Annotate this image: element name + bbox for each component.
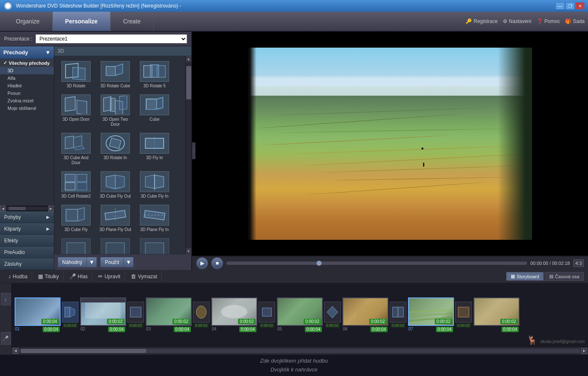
transition-2[interactable]: 0:00:02 [127, 302, 144, 328]
stop-button[interactable]: ■ [211, 257, 223, 269]
delete-button[interactable]: 🗑 Vymazat [127, 272, 162, 281]
storyboard-view-button[interactable]: ▦ Storyboard [506, 272, 544, 281]
transition-3d-rotate-in[interactable]: 3D Rotate In [97, 131, 134, 167]
help-button[interactable]: ❓ Pomoc [537, 18, 560, 24]
transition-3d-open-door[interactable]: 3D Open Door [58, 93, 94, 129]
transition-4[interactable]: 0:00:02 [258, 302, 276, 328]
window-controls[interactable]: — ❐ ✕ [555, 2, 585, 10]
timeline-view-button[interactable]: ▤ Časová osa [545, 272, 584, 281]
cat-alfa[interactable]: Alfa [0, 74, 54, 82]
cat-hladke[interactable]: Hladké [0, 82, 54, 89]
transition-3[interactable]: 0:00:02 [193, 302, 210, 328]
tree-h-scrollbar[interactable]: ◀ ▶ [0, 206, 54, 211]
scroll-thumb[interactable] [186, 66, 191, 99]
transition-6[interactable]: 0:00:02 [389, 302, 407, 328]
seek-handle[interactable] [317, 261, 322, 266]
scroll-right-arrow[interactable]: ▶ [48, 206, 54, 211]
storyboard-item-7[interactable]: 0:00:02 070:00:04 [407, 297, 455, 332]
voice-button[interactable]: 🎤 Hlas [65, 272, 92, 281]
storyboard-item-2[interactable]: ↕ 0:00:02 020:00:04 [79, 297, 127, 332]
music-button[interactable]: ♪ Hudba [4, 272, 32, 281]
tab-organize[interactable]: Organize [3, 12, 53, 31]
transition-3d-cube-door[interactable]: 3D Cube And Door [58, 131, 94, 167]
storyboard-scroll[interactable]: 0:00:04 010:00:04 0:00:02 [12, 283, 588, 346]
transition-cube[interactable]: Cube [136, 93, 173, 129]
voice-icon: 🎤 [69, 273, 76, 279]
svg-rect-1 [73, 67, 85, 80]
storyboard-item-6[interactable]: 0:00:02 060:00:04 [341, 297, 389, 332]
transition-row5-1[interactable] [58, 236, 94, 254]
cat-3d[interactable]: 3D [0, 67, 54, 74]
add-slide-button[interactable]: ♪ [1, 293, 11, 305]
transition-3d-plane-fly-in[interactable]: 3D Plane Fly In [136, 203, 173, 234]
scroll-left-arrow[interactable]: ◀ [13, 348, 18, 354]
storyboard-item-3[interactable]: 0:00:02 030:00:04 [144, 297, 193, 332]
seek-bar[interactable] [226, 262, 527, 265]
cat-zvolna[interactable]: Zvolna mizet [0, 97, 54, 104]
h-scrollbar-thumb[interactable] [21, 349, 146, 353]
transition-3d-cube-fly-in[interactable]: 3D Cube Fly In [136, 170, 173, 201]
kliparty-arrow-icon: ▶ [46, 226, 50, 231]
tab-create[interactable]: Create [111, 12, 154, 31]
scroll-down-button[interactable]: ▼ [186, 248, 192, 254]
transition-3d-fly-in[interactable]: 3D Fly In [136, 131, 173, 167]
register-button[interactable]: 🔑 Registrace [466, 18, 497, 24]
apply-button[interactable]: Použít [100, 257, 124, 267]
transition-3d-rotate-5[interactable]: 3D Rotate 5 [136, 59, 173, 90]
pohyby-button[interactable]: Pohyby ▶ [0, 211, 54, 223]
transition-3d-cell-rotate2[interactable]: 3D Cell Rotate2 [58, 170, 94, 201]
apply-btn-group: Použít ▼ [100, 257, 134, 267]
transition-3d-rotate-cube[interactable]: 3D Rotate Cube [97, 59, 134, 90]
panel-resize-handle[interactable]: ⋮ [192, 142, 195, 159]
scroll-right-arrow[interactable]: ▶ [581, 348, 587, 354]
scroll-left-arrow[interactable]: ◀ [0, 206, 6, 211]
storyboard-item-8[interactable]: 0:00:02 0:00:04 [472, 297, 520, 332]
cat-all-transitions[interactable]: ✓ Všechny přechody [0, 59, 54, 67]
transition-row5-3[interactable] [136, 236, 173, 254]
sada-button[interactable]: 🎁 Sada [565, 18, 585, 24]
transition-5[interactable]: 0:00:02 [324, 302, 341, 328]
tab-personalize[interactable]: Personalize [53, 12, 111, 31]
apply-dropdown-button[interactable]: ▼ [124, 257, 134, 267]
transition-3d-cube-fly[interactable]: 3D Cube Fly [58, 203, 94, 234]
storyboard-item-1[interactable]: 0:00:04 010:00:04 [13, 297, 61, 332]
kliparty-button[interactable]: Kliparty ▶ [0, 223, 54, 235]
cat-oblibene[interactable]: Moje oblíbené [0, 104, 54, 112]
transition-3d-cube-fly-out[interactable]: 3D Cube Fly Out [97, 170, 134, 201]
storyboard-item-5[interactable]: 0:00:02 050:00:04 [276, 297, 324, 332]
transition-1[interactable]: 0:00:02 [61, 302, 79, 328]
cat-posun[interactable]: Posun [0, 89, 54, 97]
preview-image [192, 32, 588, 256]
transition-7[interactable]: 0:00:02 [455, 302, 472, 328]
h-scrollbar-track[interactable] [19, 349, 580, 353]
svg-rect-41 [106, 243, 124, 254]
settings-button[interactable]: ⚙ Nastavení [503, 18, 532, 24]
double-click-text[interactable]: Dvojklík k nahrávce [17, 366, 571, 374]
storyboard-area: ♪ 🎤 0:00:04 010:00:04 [0, 283, 588, 354]
transition-3d-open-two-door[interactable]: 3D Open Two Door [97, 93, 134, 129]
storyboard-item-4[interactable]: 0:00:02 040:00:04 [210, 297, 258, 332]
svg-rect-7 [157, 66, 165, 77]
subtitles-button[interactable]: ▦ Titulky [34, 272, 63, 281]
random-dropdown-button[interactable]: ▼ [87, 257, 97, 267]
edit-button[interactable]: ✏ Upravit [94, 272, 125, 281]
transition-row5-2[interactable] [97, 236, 134, 254]
zasluhy-button[interactable]: Zásluhy [0, 258, 54, 270]
preaudio-button[interactable]: PreAudio [0, 246, 54, 258]
minimize-button[interactable]: — [555, 2, 565, 10]
transitions-header[interactable]: Přechody ▼ [0, 46, 54, 59]
svg-rect-10 [104, 97, 111, 111]
transition-3d-rotate[interactable]: 3D Rotate [58, 59, 94, 90]
random-button[interactable]: Náhodný [58, 257, 87, 267]
restore-button[interactable]: ❐ [565, 2, 575, 10]
svg-rect-13 [119, 96, 127, 110]
add-music-text[interactable]: Zde dvojklikem přidat hudbu [17, 357, 571, 366]
play-button[interactable]: ▶ [196, 257, 208, 269]
scroll-up-button[interactable]: ▲ [186, 56, 192, 62]
presentation-select[interactable]: Prezentace1 [35, 34, 187, 43]
transition-3d-plane-fly-out[interactable]: 3D Plane Fly Out [97, 203, 134, 234]
record-button[interactable]: 🎤 [1, 332, 11, 345]
close-button[interactable]: ✕ [575, 2, 585, 10]
efekty-button[interactable]: Efekty [0, 235, 54, 246]
aspect-display: 4:3 [573, 259, 584, 267]
